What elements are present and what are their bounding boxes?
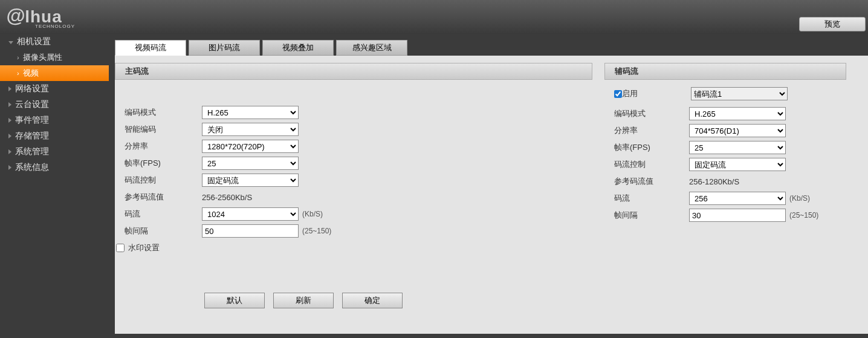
sub-stream-header: 辅码流 [604, 63, 846, 80]
sub-enable-checkbox[interactable] [614, 90, 622, 98]
sidebar-item-label: 事件管理 [15, 115, 49, 126]
sub-bitrate-ctrl-label: 码流控制 [614, 159, 689, 170]
bitrate-ctrl-select[interactable]: 固定码流 [202, 174, 299, 187]
tab-overlay[interactable]: 视频叠加 [262, 40, 334, 56]
content: 主码流 编码模式 H.265 智能编码 关闭 分辨率 1280*720(720P… [115, 56, 868, 334]
logo: @ lhua TECHNOLOGY [6, 5, 75, 29]
watermark-checkbox[interactable] [116, 244, 125, 252]
sidebar-item-info[interactable]: 系统信息 [0, 160, 109, 175]
default-button[interactable]: 默认 [204, 293, 265, 308]
fps-label: 帧率(FPS) [125, 158, 202, 169]
sub-iframe-label: 帧间隔 [614, 210, 689, 221]
chevron-right-icon: › [17, 54, 19, 61]
sub-iframe-input[interactable] [689, 209, 786, 222]
chevron-right-icon [8, 86, 11, 91]
watermark-label: 水印设置 [128, 242, 160, 253]
sidebar-item-label: 系统信息 [15, 162, 49, 173]
bitrate-ctrl-label: 码流控制 [125, 175, 202, 186]
chevron-right-icon [8, 165, 11, 170]
refresh-button[interactable]: 刷新 [273, 293, 334, 308]
sidebar-item-network[interactable]: 网络设置 [0, 81, 109, 97]
ok-button[interactable]: 确定 [342, 293, 403, 308]
sub-enable-label: 启用 [622, 88, 638, 99]
sidebar-item-label: 系统管理 [15, 146, 49, 157]
sidebar-item-label: 视频 [23, 68, 39, 79]
encode-mode-label: 编码模式 [125, 107, 202, 118]
iframe-label: 帧间隔 [125, 226, 202, 236]
header: @ lhua TECHNOLOGY 预览 [0, 0, 868, 34]
sub-iframe-suffix: (25~150) [789, 211, 818, 219]
tab-roi[interactable]: 感兴趣区域 [336, 40, 407, 56]
chevron-right-icon: › [17, 70, 19, 77]
sub-bitrate-select[interactable]: 256 [689, 192, 786, 205]
preview-button[interactable]: 预览 [799, 17, 866, 31]
chevron-right-icon [8, 149, 11, 154]
sidebar-item-camera-properties[interactable]: › 摄像头属性 [0, 50, 109, 65]
encode-mode-select[interactable]: H.265 [202, 106, 299, 119]
logo-sub: TECHNOLOGY [35, 24, 75, 29]
sidebar-item-label: 云台设置 [15, 99, 49, 110]
chevron-right-icon [8, 102, 11, 107]
sidebar-item-system[interactable]: 系统管理 [0, 144, 109, 160]
tab-video-stream[interactable]: 视频码流 [115, 40, 186, 56]
sub-encode-mode-select[interactable]: H.265 [689, 107, 786, 120]
bitrate-select[interactable]: 1024 [202, 207, 299, 221]
chevron-right-icon [8, 118, 11, 123]
tab-image-stream[interactable]: 图片码流 [189, 40, 260, 56]
main-stream-panel: 主码流 编码模式 H.265 智能编码 关闭 分辨率 1280*720(720P… [115, 63, 592, 310]
bitrate-suffix: (Kb/S) [302, 210, 323, 218]
resolution-label: 分辨率 [125, 141, 202, 152]
sub-stream-select[interactable]: 辅码流1 [691, 87, 788, 100]
sidebar-item-event[interactable]: 事件管理 [0, 112, 109, 128]
sub-fps-label: 帧率(FPS) [614, 142, 689, 153]
chevron-down-icon [8, 41, 13, 44]
sub-resolution-select[interactable]: 704*576(D1) [689, 124, 786, 137]
sub-ref-bitrate-value: 256-1280Kb/S [689, 177, 739, 186]
sidebar-item-label: 摄像头属性 [23, 52, 62, 63]
sub-ref-bitrate-label: 参考码流值 [614, 176, 689, 187]
sub-resolution-label: 分辨率 [614, 125, 689, 136]
ref-bitrate-label: 参考码流值 [125, 192, 202, 203]
sidebar-item-label: 存储管理 [15, 131, 49, 141]
bitrate-label: 码流 [125, 209, 202, 219]
sidebar-item-camera-settings[interactable]: 相机设置 [0, 34, 109, 50]
sub-encode-mode-label: 编码模式 [614, 108, 689, 119]
sidebar-item-label: 网络设置 [15, 83, 49, 94]
ref-bitrate-value: 256-2560Kb/S [202, 193, 252, 202]
smart-codec-select[interactable]: 关闭 [202, 123, 299, 136]
iframe-suffix: (25~150) [302, 227, 331, 235]
chevron-right-icon [8, 134, 11, 138]
tabs: 视频码流 图片码流 视频叠加 感兴趣区域 [109, 40, 868, 56]
sub-fps-select[interactable]: 25 [689, 141, 786, 154]
smart-codec-label: 智能编码 [125, 124, 202, 135]
sidebar-item-label: 相机设置 [17, 36, 51, 47]
sub-bitrate-ctrl-select[interactable]: 固定码流 [689, 158, 786, 171]
sidebar-item-storage[interactable]: 存储管理 [0, 128, 109, 144]
sidebar: 相机设置 › 摄像头属性 › 视频 网络设置 云台设置 事件管理 存储管理 系统… [0, 34, 109, 338]
main-stream-header: 主码流 [115, 63, 592, 80]
resolution-select[interactable]: 1280*720(720P) [202, 140, 299, 153]
fps-select[interactable]: 25 [202, 157, 299, 170]
sidebar-item-ptz[interactable]: 云台设置 [0, 97, 109, 112]
sub-stream-panel: 辅码流 启用 辅码流1 编码模式 H.265 分辨率 704*576(D1) [604, 63, 846, 310]
sub-bitrate-label: 码流 [614, 193, 689, 204]
logo-at: @ [6, 5, 25, 27]
main-panel: 视频码流 图片码流 视频叠加 感兴趣区域 主码流 编码模式 H.265 智能编码… [109, 34, 868, 338]
sub-bitrate-suffix: (Kb/S) [789, 194, 810, 203]
iframe-input[interactable] [202, 224, 299, 238]
sidebar-item-video[interactable]: › 视频 [0, 65, 109, 81]
